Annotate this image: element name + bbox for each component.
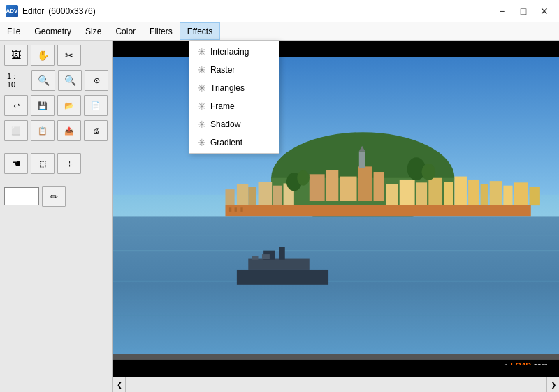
svg-rect-27 <box>514 182 528 205</box>
maximize-button[interactable]: □ <box>514 4 532 18</box>
tool-rect-select[interactable]: ⬚ <box>31 153 55 174</box>
tool-print[interactable]: 🖨 <box>84 120 108 141</box>
svg-rect-36 <box>240 207 242 212</box>
svg-rect-7 <box>258 182 272 205</box>
app-title: Editor <box>22 6 44 16</box>
menu-size[interactable]: Size <box>78 22 108 40</box>
tool-crop[interactable]: ✂ <box>57 45 81 66</box>
tool-new[interactable]: 📄 <box>84 95 108 116</box>
magic-select-icon: ⊹ <box>66 159 73 168</box>
main-area: 🖼 ✋ ✂ 1 : 10 🔍 🔍 ⊙ ↩ 💾 📂 <box>0 41 559 392</box>
svg-rect-35 <box>235 207 237 212</box>
effect-gradient[interactable]: ✳ Gradient <box>189 133 279 152</box>
svg-point-32 <box>421 164 435 180</box>
hand-icon: ☚ <box>12 158 21 169</box>
svg-rect-23 <box>468 180 479 205</box>
svg-rect-26 <box>503 186 512 205</box>
svg-rect-45 <box>248 259 309 270</box>
svg-rect-22 <box>454 177 466 206</box>
svg-rect-48 <box>252 256 259 259</box>
tool-move[interactable]: ✋ <box>31 45 55 66</box>
menu-geometry[interactable]: Geometry <box>27 22 78 40</box>
interlacing-icon: ✳ <box>198 46 206 57</box>
paste-icon: 📋 <box>38 126 48 136</box>
svg-rect-34 <box>229 207 231 212</box>
zoom-label: 1 : 10 <box>4 71 29 90</box>
svg-rect-11 <box>326 170 338 201</box>
svg-rect-12 <box>340 177 356 201</box>
raster-icon: ✳ <box>198 64 206 75</box>
tool-paste[interactable]: 📋 <box>31 120 55 141</box>
scroll-track[interactable] <box>126 377 546 393</box>
effect-shadow[interactable]: ✳ Shadow <box>189 115 279 133</box>
tool-undo[interactable]: ↩ <box>4 95 28 116</box>
new-icon: 📄 <box>91 101 101 110</box>
tool-row-3: ↩ 💾 📂 📄 <box>4 95 108 116</box>
gradient-icon: ✳ <box>198 137 206 148</box>
effect-frame[interactable]: ✳ Frame <box>189 97 279 115</box>
save-icon: 💾 <box>38 101 48 110</box>
image-area[interactable]: ● LO4D.com ❮ ❯ <box>113 41 559 392</box>
toolbar: 🖼 ✋ ✂ 1 : 10 🔍 🔍 ⊙ ↩ 💾 📂 <box>0 41 113 392</box>
photo-scene: ● LO4D.com <box>113 41 559 392</box>
rect-select-icon: ⬚ <box>39 159 46 168</box>
svg-rect-18 <box>400 180 415 205</box>
tool-copy[interactable]: ⬜ <box>4 120 28 141</box>
svg-rect-25 <box>490 181 502 205</box>
svg-rect-24 <box>481 184 488 206</box>
tool-hand[interactable]: ☚ <box>4 153 28 174</box>
tool-magic-select[interactable]: ⊹ <box>57 153 81 174</box>
frame-icon: ✳ <box>198 101 206 112</box>
print-icon: 🖨 <box>92 126 100 135</box>
color-swatch[interactable] <box>4 187 39 205</box>
title-controls: − □ ✕ <box>493 4 553 18</box>
zoom-fit-button[interactable]: ⊙ <box>85 70 108 91</box>
color-row: ✏ <box>4 186 108 207</box>
svg-rect-20 <box>428 178 442 205</box>
svg-rect-10 <box>310 174 325 201</box>
tool-save[interactable]: 💾 <box>31 95 55 116</box>
menu-filters[interactable]: Filters <box>143 22 180 40</box>
triangles-icon: ✳ <box>198 82 206 94</box>
effects-dropdown: ✳ Interlacing ✳ Raster ✳ Triangles ✳ Fra… <box>189 41 280 154</box>
menu-color[interactable]: Color <box>108 22 143 40</box>
scroll-left-button[interactable]: ❮ <box>113 377 126 393</box>
export-icon: 📤 <box>64 126 74 136</box>
svg-rect-19 <box>416 182 427 205</box>
zoom-row: 1 : 10 🔍 🔍 ⊙ <box>4 70 108 91</box>
pencil-button[interactable]: ✏ <box>42 186 66 207</box>
zoom-in-button[interactable]: 🔍 <box>58 70 82 91</box>
svg-rect-14 <box>374 172 384 201</box>
svg-rect-17 <box>386 184 398 206</box>
toolbar-separator-1 <box>4 147 108 147</box>
minimize-button[interactable]: − <box>493 4 511 18</box>
tool-select[interactable]: 🖼 <box>4 45 28 66</box>
crop-icon: ✂ <box>65 50 73 61</box>
scroll-right-button[interactable]: ❯ <box>546 377 559 393</box>
close-button[interactable]: ✕ <box>535 4 553 18</box>
tool-open[interactable]: 📂 <box>57 95 81 116</box>
undo-icon: ↩ <box>13 101 20 110</box>
black-bar-bottom <box>113 365 559 377</box>
svg-rect-44 <box>237 270 328 285</box>
effect-raster[interactable]: ✳ Raster <box>189 61 279 79</box>
menu-bar: File Geometry Size Color Filters Effects… <box>0 22 559 41</box>
copy-icon: ⬜ <box>11 126 21 136</box>
svg-rect-37 <box>113 216 559 354</box>
tool-export[interactable]: 📤 <box>57 120 81 141</box>
svg-rect-5 <box>237 184 248 205</box>
scrollbar-area: ❮ ❯ <box>113 377 559 392</box>
svg-rect-15 <box>359 152 365 168</box>
title-bar-left: ADV Editor (6000x3376) <box>6 5 96 17</box>
zoom-out-button[interactable]: 🔍 <box>31 70 55 91</box>
menu-effects[interactable]: Effects <box>180 22 220 40</box>
pencil-icon: ✏ <box>50 191 58 202</box>
effect-triangles[interactable]: ✳ Triangles <box>189 79 279 97</box>
shadow-icon: ✳ <box>198 119 206 130</box>
tool-row-5: ☚ ⬚ ⊹ <box>4 153 108 174</box>
tool-row-4: ⬜ 📋 📤 🖨 <box>4 120 108 141</box>
svg-rect-47 <box>279 247 285 260</box>
effect-interlacing[interactable]: ✳ Interlacing <box>189 43 279 61</box>
toolbar-separator-2 <box>4 180 108 180</box>
menu-file[interactable]: File <box>0 22 27 40</box>
